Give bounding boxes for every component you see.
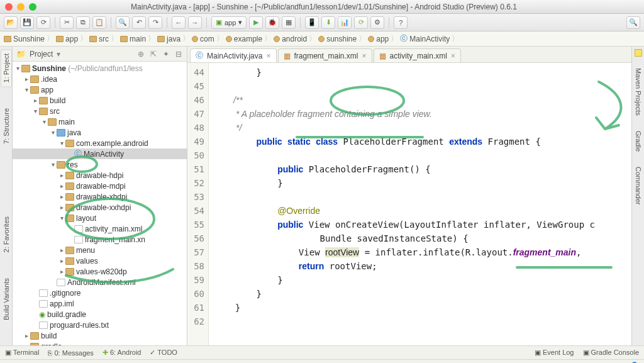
- tool-event-log[interactable]: ▣ Event Log: [535, 349, 574, 357]
- window-titlebar: MainActivity.java - [app] - Sunshine - […: [0, 0, 644, 14]
- back-button[interactable]: ←: [172, 16, 186, 29]
- close-tab-icon[interactable]: ×: [451, 52, 455, 60]
- project-panel-header: 📁Project▾ ⊕ ⇱ ✦ ⊟: [13, 47, 187, 62]
- run-button[interactable]: ▶: [249, 16, 263, 29]
- monitor-button[interactable]: 📊: [338, 16, 352, 29]
- tool-build-variants[interactable]: Build Variants: [1, 274, 11, 324]
- project-panel-title: Project: [30, 50, 53, 59]
- bottom-tool-stripe: ▣ Terminal ⎘ 0: Messages ✚ 6: Android ✓ …: [0, 345, 644, 359]
- undo-button[interactable]: ↶: [132, 16, 146, 29]
- help-button[interactable]: ?: [394, 16, 408, 29]
- copy-button[interactable]: ⧉: [76, 16, 90, 29]
- close-tab-icon[interactable]: ×: [362, 52, 367, 60]
- project-structure-button[interactable]: ⚙: [370, 16, 384, 29]
- editor-tab[interactable]: ⓒMainActivity.java×: [190, 48, 277, 62]
- sync-button[interactable]: ⟳: [36, 16, 50, 29]
- tool-todo[interactable]: ✓ TODO: [150, 349, 177, 357]
- inspection-indicator-icon[interactable]: [635, 49, 642, 57]
- scroll-from-source-icon[interactable]: ⊕: [136, 50, 145, 59]
- open-button[interactable]: 📂: [4, 16, 18, 29]
- tree-selected-item: ⓒMainActivity: [13, 148, 187, 159]
- zoom-icon[interactable]: [29, 3, 36, 11]
- tool-messages[interactable]: ⎘ 0: Messages: [48, 349, 93, 357]
- attach-button[interactable]: ▦: [282, 16, 296, 29]
- window-title: MainActivity.java - [app] - Sunshine - […: [42, 3, 606, 11]
- editor-tab[interactable]: ▦activity_main.xml×: [374, 48, 461, 62]
- save-button[interactable]: 💾: [20, 16, 34, 29]
- find-button[interactable]: 🔍: [116, 16, 130, 29]
- status-bar: ▫ Gradle build finished in 18 sec (27 mi…: [0, 359, 644, 363]
- editor-area: ⓒMainActivity.java× ▦fragment_main.xml× …: [187, 47, 631, 345]
- tool-structure[interactable]: 7: Structure: [1, 104, 11, 148]
- line-number-gutter[interactable]: 44 45 46 47 48 49 50 51 52 53 54 55 56 5…: [187, 63, 209, 345]
- redo-button[interactable]: ↷: [148, 16, 162, 29]
- tool-favorites[interactable]: 2: Favorites: [1, 213, 11, 256]
- settings-icon[interactable]: ✦: [162, 50, 170, 59]
- cut-button[interactable]: ✂: [60, 16, 74, 29]
- close-icon[interactable]: [5, 3, 13, 11]
- editor-tab[interactable]: ▦fragment_main.xml×: [278, 48, 372, 62]
- avd-button[interactable]: 📱: [305, 16, 319, 29]
- sync-gradle-button[interactable]: ⟳: [354, 16, 368, 29]
- hide-icon[interactable]: ⊟: [174, 50, 183, 59]
- tool-android[interactable]: ✚ 6: Android: [103, 349, 142, 357]
- paste-button[interactable]: 📋: [92, 16, 106, 29]
- sdk-button[interactable]: ⬇: [321, 16, 335, 29]
- tool-gradle-console[interactable]: ▣ Gradle Console: [583, 349, 640, 357]
- search-everywhere-button[interactable]: 🔍: [626, 16, 640, 29]
- editor-tabs: ⓒMainActivity.java× ▦fragment_main.xml× …: [187, 47, 631, 63]
- main-toolbar: 📂 💾 ⟳ ✂ ⧉ 📋 🔍 ↶ ↷ ← → ▣app▾ ▶ 🐞 ▦ 📱 ⬇ 📊 …: [0, 14, 644, 31]
- tool-gradle[interactable]: Gradle: [633, 127, 643, 155]
- project-tool-window: 📁Project▾ ⊕ ⇱ ✦ ⊟ ▾Sunshine (~/Public/an…: [13, 47, 187, 345]
- minimize-icon[interactable]: [17, 3, 25, 11]
- tool-commander[interactable]: Commander: [633, 163, 643, 209]
- right-tool-stripe: Maven Projects Gradle Commander: [631, 47, 644, 345]
- window-controls: [0, 3, 42, 11]
- run-config-selector[interactable]: ▣app▾: [211, 16, 247, 29]
- code-editor[interactable]: } /** * A placeholder fragment containin…: [209, 63, 631, 345]
- tool-terminal[interactable]: ▣ Terminal: [5, 349, 39, 357]
- debug-button[interactable]: 🐞: [265, 16, 279, 29]
- forward-button[interactable]: →: [188, 16, 202, 29]
- left-tool-stripe: 1: Project 7: Structure 2: Favorites Bui…: [0, 47, 13, 345]
- tool-project[interactable]: 1: Project: [1, 49, 12, 87]
- project-tree[interactable]: ▾Sunshine (~/Public/andfun1/less ▸.idea …: [13, 62, 187, 345]
- navigation-bar[interactable]: Sunshine〉 app〉 src〉 main〉 java〉 com〉 exa…: [0, 31, 644, 47]
- run-config-label: app: [225, 19, 236, 26]
- collapse-all-icon[interactable]: ⇱: [149, 50, 158, 59]
- tool-maven[interactable]: Maven Projects: [633, 64, 643, 120]
- close-tab-icon[interactable]: ×: [266, 52, 270, 60]
